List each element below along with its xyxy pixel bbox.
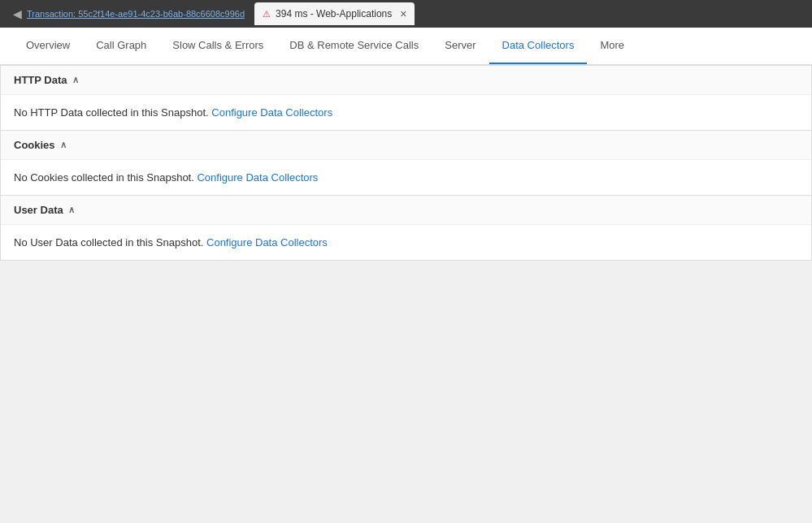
tab-close-button[interactable]: × (400, 7, 406, 20)
nav-item-db-remote[interactable]: DB & Remote Service Calls (276, 28, 432, 64)
empty-message-cookies: No Cookies collected in this Snapshot. (14, 171, 197, 184)
nav-item-overview[interactable]: Overview (13, 28, 83, 64)
app-nav: OverviewCall GraphSlow Calls & ErrorsDB … (0, 28, 812, 65)
section-header-http-data[interactable]: HTTP Data∧ (1, 66, 811, 95)
prev-tab-label: Transaction: 55c2f14e-ae91-4c23-b6ab-88c… (27, 9, 245, 19)
chevron-icon-user-data: ∧ (68, 205, 75, 215)
section-http-data: HTTP Data∧No HTTP Data collected in this… (0, 65, 812, 131)
section-body-cookies: No Cookies collected in this Snapshot. C… (1, 160, 811, 195)
active-browser-tab[interactable]: ⚠ 394 ms - Web-Applications × (254, 2, 415, 25)
section-body-http-data: No HTTP Data collected in this Snapshot.… (1, 95, 811, 130)
tab-arrow-icon: ◀ (13, 7, 22, 20)
chevron-icon-cookies: ∧ (60, 140, 67, 150)
section-title-user-data: User Data∧ (14, 204, 75, 216)
nav-item-call-graph[interactable]: Call Graph (83, 28, 159, 64)
section-title-http-data: HTTP Data∧ (14, 74, 79, 86)
section-title-text-cookies: Cookies (14, 139, 55, 151)
section-header-cookies[interactable]: Cookies∧ (1, 131, 811, 160)
empty-message-user-data: No User Data collected in this Snapshot. (14, 236, 206, 249)
empty-message-http-data: No HTTP Data collected in this Snapshot. (14, 106, 211, 119)
configure-link-http-data[interactable]: Configure Data Collectors (211, 106, 332, 119)
configure-link-cookies[interactable]: Configure Data Collectors (197, 171, 318, 184)
section-title-text-http-data: HTTP Data (14, 74, 67, 86)
section-header-user-data[interactable]: User Data∧ (1, 196, 811, 225)
section-body-user-data: No User Data collected in this Snapshot.… (1, 225, 811, 260)
nav-item-server[interactable]: Server (432, 28, 489, 64)
active-tab-label: 394 ms - Web-Applications (276, 8, 392, 19)
section-cookies: Cookies∧No Cookies collected in this Sna… (0, 131, 812, 196)
chevron-icon-http-data: ∧ (72, 75, 79, 85)
nav-item-data-collectors[interactable]: Data Collectors (489, 28, 588, 64)
prev-tab[interactable]: ◀ Transaction: 55c2f14e-ae91-4c23-b6ab-8… (7, 7, 251, 20)
section-user-data: User Data∧No User Data collected in this… (0, 196, 812, 261)
main-content: HTTP Data∧No HTTP Data collected in this… (0, 65, 812, 523)
section-title-text-user-data: User Data (14, 204, 63, 216)
configure-link-user-data[interactable]: Configure Data Collectors (206, 236, 328, 249)
nav-item-more[interactable]: More (587, 28, 637, 64)
tab-error-icon: ⚠ (263, 9, 271, 19)
tab-bar: ◀ Transaction: 55c2f14e-ae91-4c23-b6ab-8… (0, 0, 812, 28)
section-title-cookies: Cookies∧ (14, 139, 67, 151)
nav-item-slow-calls-errors[interactable]: Slow Calls & Errors (159, 28, 276, 64)
